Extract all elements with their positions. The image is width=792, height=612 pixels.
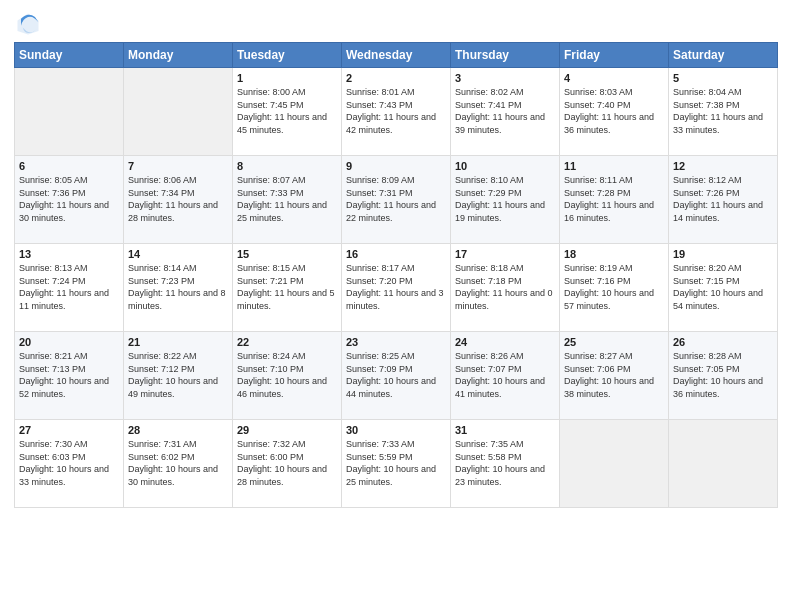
calendar-day-cell: 7Sunrise: 8:06 AM Sunset: 7:34 PM Daylig… (124, 156, 233, 244)
calendar-day-cell: 29Sunrise: 7:32 AM Sunset: 6:00 PM Dayli… (233, 420, 342, 508)
day-number: 7 (128, 160, 228, 172)
day-of-week-header: Wednesday (342, 43, 451, 68)
day-number: 16 (346, 248, 446, 260)
calendar-day-cell: 19Sunrise: 8:20 AM Sunset: 7:15 PM Dayli… (669, 244, 778, 332)
calendar-day-cell (560, 420, 669, 508)
day-number: 21 (128, 336, 228, 348)
day-info: Sunrise: 8:15 AM Sunset: 7:21 PM Dayligh… (237, 262, 337, 312)
day-info: Sunrise: 8:14 AM Sunset: 7:23 PM Dayligh… (128, 262, 228, 312)
day-info: Sunrise: 8:18 AM Sunset: 7:18 PM Dayligh… (455, 262, 555, 312)
calendar-day-cell: 24Sunrise: 8:26 AM Sunset: 7:07 PM Dayli… (451, 332, 560, 420)
calendar-week-row: 20Sunrise: 8:21 AM Sunset: 7:13 PM Dayli… (15, 332, 778, 420)
logo-icon (14, 10, 42, 38)
day-info: Sunrise: 8:04 AM Sunset: 7:38 PM Dayligh… (673, 86, 773, 136)
calendar-day-cell: 27Sunrise: 7:30 AM Sunset: 6:03 PM Dayli… (15, 420, 124, 508)
calendar-day-cell: 1Sunrise: 8:00 AM Sunset: 7:45 PM Daylig… (233, 68, 342, 156)
calendar-week-row: 6Sunrise: 8:05 AM Sunset: 7:36 PM Daylig… (15, 156, 778, 244)
day-info: Sunrise: 7:32 AM Sunset: 6:00 PM Dayligh… (237, 438, 337, 488)
day-info: Sunrise: 8:13 AM Sunset: 7:24 PM Dayligh… (19, 262, 119, 312)
day-number: 27 (19, 424, 119, 436)
calendar-day-cell: 28Sunrise: 7:31 AM Sunset: 6:02 PM Dayli… (124, 420, 233, 508)
day-number: 17 (455, 248, 555, 260)
calendar-day-cell: 13Sunrise: 8:13 AM Sunset: 7:24 PM Dayli… (15, 244, 124, 332)
calendar-day-cell: 3Sunrise: 8:02 AM Sunset: 7:41 PM Daylig… (451, 68, 560, 156)
calendar-day-cell: 10Sunrise: 8:10 AM Sunset: 7:29 PM Dayli… (451, 156, 560, 244)
day-number: 31 (455, 424, 555, 436)
day-number: 9 (346, 160, 446, 172)
calendar-day-cell: 8Sunrise: 8:07 AM Sunset: 7:33 PM Daylig… (233, 156, 342, 244)
logo (14, 10, 46, 38)
calendar-day-cell (669, 420, 778, 508)
day-info: Sunrise: 8:07 AM Sunset: 7:33 PM Dayligh… (237, 174, 337, 224)
page-header (14, 10, 778, 38)
day-number: 19 (673, 248, 773, 260)
day-number: 11 (564, 160, 664, 172)
day-of-week-header: Thursday (451, 43, 560, 68)
calendar-day-cell: 17Sunrise: 8:18 AM Sunset: 7:18 PM Dayli… (451, 244, 560, 332)
calendar-day-cell: 14Sunrise: 8:14 AM Sunset: 7:23 PM Dayli… (124, 244, 233, 332)
day-info: Sunrise: 8:19 AM Sunset: 7:16 PM Dayligh… (564, 262, 664, 312)
calendar-day-cell: 5Sunrise: 8:04 AM Sunset: 7:38 PM Daylig… (669, 68, 778, 156)
calendar-day-cell: 2Sunrise: 8:01 AM Sunset: 7:43 PM Daylig… (342, 68, 451, 156)
day-info: Sunrise: 8:17 AM Sunset: 7:20 PM Dayligh… (346, 262, 446, 312)
day-info: Sunrise: 8:28 AM Sunset: 7:05 PM Dayligh… (673, 350, 773, 400)
calendar-day-cell: 22Sunrise: 8:24 AM Sunset: 7:10 PM Dayli… (233, 332, 342, 420)
calendar-table: SundayMondayTuesdayWednesdayThursdayFrid… (14, 42, 778, 508)
day-of-week-header: Tuesday (233, 43, 342, 68)
day-number: 28 (128, 424, 228, 436)
day-number: 10 (455, 160, 555, 172)
calendar-day-cell: 18Sunrise: 8:19 AM Sunset: 7:16 PM Dayli… (560, 244, 669, 332)
day-number: 30 (346, 424, 446, 436)
day-of-week-header: Friday (560, 43, 669, 68)
calendar-day-cell: 16Sunrise: 8:17 AM Sunset: 7:20 PM Dayli… (342, 244, 451, 332)
day-number: 14 (128, 248, 228, 260)
calendar-day-cell: 26Sunrise: 8:28 AM Sunset: 7:05 PM Dayli… (669, 332, 778, 420)
calendar-day-cell: 31Sunrise: 7:35 AM Sunset: 5:58 PM Dayli… (451, 420, 560, 508)
day-info: Sunrise: 8:00 AM Sunset: 7:45 PM Dayligh… (237, 86, 337, 136)
calendar-day-cell: 6Sunrise: 8:05 AM Sunset: 7:36 PM Daylig… (15, 156, 124, 244)
day-number: 15 (237, 248, 337, 260)
calendar-day-cell: 12Sunrise: 8:12 AM Sunset: 7:26 PM Dayli… (669, 156, 778, 244)
day-number: 26 (673, 336, 773, 348)
day-number: 6 (19, 160, 119, 172)
day-info: Sunrise: 7:31 AM Sunset: 6:02 PM Dayligh… (128, 438, 228, 488)
calendar-day-cell: 25Sunrise: 8:27 AM Sunset: 7:06 PM Dayli… (560, 332, 669, 420)
calendar-day-cell: 21Sunrise: 8:22 AM Sunset: 7:12 PM Dayli… (124, 332, 233, 420)
calendar-week-row: 13Sunrise: 8:13 AM Sunset: 7:24 PM Dayli… (15, 244, 778, 332)
day-of-week-header: Monday (124, 43, 233, 68)
day-info: Sunrise: 8:01 AM Sunset: 7:43 PM Dayligh… (346, 86, 446, 136)
day-info: Sunrise: 7:30 AM Sunset: 6:03 PM Dayligh… (19, 438, 119, 488)
day-info: Sunrise: 8:21 AM Sunset: 7:13 PM Dayligh… (19, 350, 119, 400)
day-number: 8 (237, 160, 337, 172)
day-info: Sunrise: 8:02 AM Sunset: 7:41 PM Dayligh… (455, 86, 555, 136)
day-info: Sunrise: 8:05 AM Sunset: 7:36 PM Dayligh… (19, 174, 119, 224)
calendar-header-row: SundayMondayTuesdayWednesdayThursdayFrid… (15, 43, 778, 68)
calendar-week-row: 1Sunrise: 8:00 AM Sunset: 7:45 PM Daylig… (15, 68, 778, 156)
day-info: Sunrise: 7:35 AM Sunset: 5:58 PM Dayligh… (455, 438, 555, 488)
day-info: Sunrise: 8:25 AM Sunset: 7:09 PM Dayligh… (346, 350, 446, 400)
day-info: Sunrise: 8:10 AM Sunset: 7:29 PM Dayligh… (455, 174, 555, 224)
day-info: Sunrise: 8:03 AM Sunset: 7:40 PM Dayligh… (564, 86, 664, 136)
calendar-day-cell: 23Sunrise: 8:25 AM Sunset: 7:09 PM Dayli… (342, 332, 451, 420)
day-number: 22 (237, 336, 337, 348)
day-of-week-header: Saturday (669, 43, 778, 68)
day-info: Sunrise: 8:24 AM Sunset: 7:10 PM Dayligh… (237, 350, 337, 400)
day-info: Sunrise: 8:27 AM Sunset: 7:06 PM Dayligh… (564, 350, 664, 400)
day-number: 18 (564, 248, 664, 260)
day-info: Sunrise: 8:06 AM Sunset: 7:34 PM Dayligh… (128, 174, 228, 224)
day-number: 13 (19, 248, 119, 260)
day-number: 3 (455, 72, 555, 84)
day-info: Sunrise: 8:26 AM Sunset: 7:07 PM Dayligh… (455, 350, 555, 400)
day-info: Sunrise: 8:11 AM Sunset: 7:28 PM Dayligh… (564, 174, 664, 224)
day-number: 29 (237, 424, 337, 436)
calendar-week-row: 27Sunrise: 7:30 AM Sunset: 6:03 PM Dayli… (15, 420, 778, 508)
calendar-day-cell (124, 68, 233, 156)
calendar-day-cell: 30Sunrise: 7:33 AM Sunset: 5:59 PM Dayli… (342, 420, 451, 508)
day-number: 5 (673, 72, 773, 84)
day-info: Sunrise: 8:20 AM Sunset: 7:15 PM Dayligh… (673, 262, 773, 312)
day-info: Sunrise: 7:33 AM Sunset: 5:59 PM Dayligh… (346, 438, 446, 488)
calendar-day-cell (15, 68, 124, 156)
page-container: SundayMondayTuesdayWednesdayThursdayFrid… (0, 0, 792, 518)
day-number: 1 (237, 72, 337, 84)
day-number: 12 (673, 160, 773, 172)
